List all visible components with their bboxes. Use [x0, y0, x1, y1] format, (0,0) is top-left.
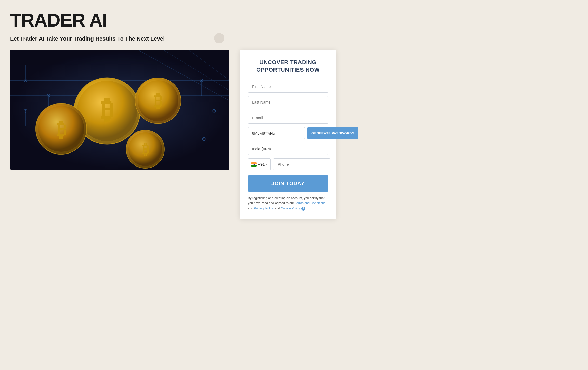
main-layout: ₿ ₿ ₿ ₿	[10, 50, 578, 219]
circle-decoration	[214, 33, 224, 43]
first-name-input[interactable]	[248, 81, 328, 93]
svg-text:₿: ₿	[57, 119, 66, 141]
hero-image: ₿ ₿ ₿ ₿	[10, 50, 229, 170]
svg-text:₿: ₿	[101, 95, 113, 124]
form-card: UNCOVER TRADING OPPORTUNITIES NOW GENERA…	[240, 50, 336, 219]
phone-code-button[interactable]: +91 ▾	[248, 158, 271, 170]
country-select[interactable]: India (भारत)	[248, 143, 328, 155]
join-today-button[interactable]: JOIN TODAY	[248, 175, 328, 192]
info-icon[interactable]: i	[301, 207, 305, 211]
privacy-link[interactable]: Privacy Policy	[254, 207, 274, 210]
page-title: TRADER AI	[10, 10, 578, 30]
left-column: ₿ ₿ ₿ ₿	[10, 50, 229, 170]
page-subtitle: Let Trader AI Take Your Trading Results …	[10, 35, 578, 42]
cookie-link[interactable]: Cookie Policy	[281, 207, 300, 210]
last-name-input[interactable]	[248, 96, 328, 108]
svg-text:₿: ₿	[154, 91, 162, 111]
password-row: GENERATE PASSWORDS	[248, 127, 328, 139]
right-column: UNCOVER TRADING OPPORTUNITIES NOW GENERA…	[240, 50, 336, 219]
password-input[interactable]	[248, 127, 305, 139]
terms-link[interactable]: Terms and Conditions	[295, 201, 326, 205]
chevron-down-icon: ▾	[266, 163, 267, 166]
phone-code-label: +91	[258, 162, 265, 167]
email-input[interactable]	[248, 112, 328, 124]
svg-text:₿: ₿	[142, 142, 149, 157]
generate-passwords-button[interactable]: GENERATE PASSWORDS	[307, 127, 358, 139]
india-flag-icon	[251, 162, 257, 167]
phone-input[interactable]	[273, 158, 330, 170]
disclaimer-text: By registering and creating an account, …	[248, 196, 328, 211]
form-title: UNCOVER TRADING OPPORTUNITIES NOW	[248, 59, 328, 73]
phone-row: +91 ▾	[248, 158, 328, 170]
